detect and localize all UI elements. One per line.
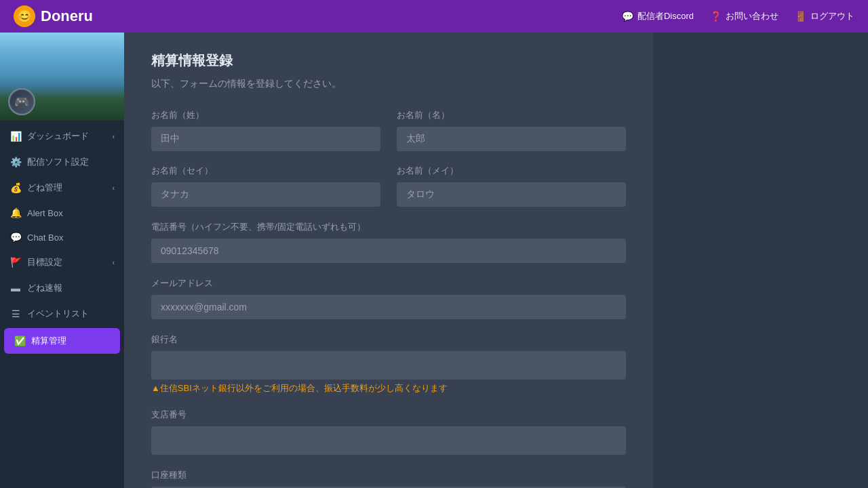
sidebar-item-donation-label: どね管理 — [27, 182, 62, 194]
logout-link[interactable]: 🚪 ログアウト — [795, 10, 854, 22]
first-name-input[interactable] — [397, 127, 626, 151]
body: 🎮 📊 ダッシュボード ‹ ⚙️ 配信ソフト設定 💰 どね管理 — [0, 33, 868, 488]
account-type-label: 口座種類 — [151, 470, 186, 480]
sidebar-item-dashboard[interactable]: 📊 ダッシュボード ‹ — [0, 123, 124, 149]
last-name-kana-group: お名前（セイ） — [151, 165, 380, 207]
first-name-kana-group: お名前（メイ） — [397, 165, 626, 207]
chatbox-icon: 💬 — [9, 232, 22, 243]
stream-settings-icon: ⚙️ — [9, 157, 22, 167]
sidebar-item-settlement[interactable]: ✅ 精算管理 — [4, 328, 120, 354]
sidebar-banner: 🎮 — [0, 33, 124, 121]
logout-icon: 🚪 — [795, 11, 806, 22]
sidebar-item-stream-settings-label: 配信ソフト設定 — [27, 156, 89, 168]
sidebar-item-events-label: イベントリスト — [27, 308, 89, 320]
first-name-kana-input[interactable] — [397, 182, 626, 207]
sidebar-item-news-label: どね速報 — [27, 282, 62, 294]
logo: 😊 Doneru — [14, 5, 93, 27]
avatar: 🎮 — [8, 88, 35, 115]
sidebar-item-goals-label: 目標設定 — [27, 256, 62, 268]
alertbox-icon: 🔔 — [9, 207, 22, 218]
logo-text: Doneru — [41, 7, 93, 25]
settlement-icon: ✅ — [14, 336, 26, 346]
header: 😊 Doneru 💬 配信者Discord ❓ お問い合わせ 🚪 ログアウト — [0, 0, 868, 33]
contact-label: お問い合わせ — [726, 10, 778, 22]
logo-icon: 😊 — [14, 5, 35, 27]
chevron-icon: ‹ — [113, 184, 115, 192]
phone-group: 電話番号（ハイフン不要、携帯/固定電話いずれも可） — [151, 220, 626, 263]
first-name-group: お名前（名） — [397, 109, 626, 151]
sidebar-item-alertbox-label: Alert Box — [27, 208, 63, 218]
discord-icon: 💬 — [622, 11, 633, 22]
account-type-group: 口座種類 — [151, 468, 626, 488]
avatar-image: 🎮 — [10, 90, 33, 113]
branch-input[interactable] — [151, 426, 626, 455]
sidebar-item-chatbox[interactable]: 💬 Chat Box — [0, 225, 124, 249]
email-input[interactable] — [151, 295, 626, 319]
chevron-icon: ‹ — [113, 133, 115, 140]
phone-input[interactable] — [151, 239, 626, 263]
first-name-kana-label: お名前（メイ） — [397, 165, 626, 177]
email-label: メールアドレス — [151, 278, 213, 288]
sidebar-menu: 📊 ダッシュボード ‹ ⚙️ 配信ソフト設定 💰 どね管理 ‹ — [0, 121, 124, 358]
sidebar-item-settlement-label: 精算管理 — [31, 335, 66, 347]
sidebar-item-dashboard-label: ダッシュボード — [27, 130, 89, 142]
main-content: 精算情報登録 以下、フォームの情報を登録してください。 お名前（姓） お名前（名… — [124, 33, 868, 488]
logout-label: ログアウト — [810, 10, 854, 22]
discord-label: 配信者Discord — [637, 10, 694, 22]
sidebar-item-chatbox-label: Chat Box — [27, 232, 63, 243]
sidebar-item-alertbox[interactable]: 🔔 Alert Box — [0, 201, 124, 225]
branch-group: 支店番号 — [151, 408, 626, 455]
branch-label: 支店番号 — [151, 409, 186, 420]
contact-link[interactable]: ❓ お問い合わせ — [710, 10, 778, 22]
news-icon: ▬ — [9, 283, 22, 293]
sidebar-item-goals[interactable]: 🚩 目標設定 ‹ — [0, 249, 124, 275]
page-title: 精算情報登録 — [151, 52, 626, 70]
discord-link[interactable]: 💬 配信者Discord — [622, 10, 694, 22]
last-name-label: お名前（姓） — [151, 109, 380, 121]
last-name-kana-input[interactable] — [151, 182, 380, 207]
header-nav: 💬 配信者Discord ❓ お問い合わせ 🚪 ログアウト — [622, 10, 854, 22]
sidebar-item-events[interactable]: ☰ イベントリスト — [0, 301, 124, 327]
last-name-input[interactable] — [151, 127, 380, 151]
chevron-icon: ‹ — [113, 259, 115, 266]
email-group: メールアドレス — [151, 277, 626, 319]
page-description: 以下、フォームの情報を登録してください。 — [151, 78, 626, 90]
bank-name-input[interactable] — [151, 351, 626, 380]
bank-name-label: 銀行名 — [151, 334, 178, 344]
donation-icon: 💰 — [9, 182, 22, 193]
last-name-group: お名前（姓） — [151, 109, 380, 151]
name-row: お名前（姓） お名前（名） — [151, 109, 626, 151]
bank-name-group: 銀行名 ▲住信SBIネット銀行以外をご利用の場合、振込手数料が少し高くなります — [151, 333, 626, 394]
bank-warning: ▲住信SBIネット銀行以外をご利用の場合、振込手数料が少し高くなります — [151, 382, 626, 394]
first-name-label: お名前（名） — [397, 109, 626, 121]
sidebar: 🎮 📊 ダッシュボード ‹ ⚙️ 配信ソフト設定 💰 どね管理 — [0, 33, 124, 488]
goals-icon: 🚩 — [9, 257, 22, 268]
sidebar-item-stream-settings[interactable]: ⚙️ 配信ソフト設定 — [0, 149, 124, 175]
events-icon: ☰ — [9, 308, 22, 319]
contact-icon: ❓ — [710, 11, 722, 22]
sidebar-item-donation[interactable]: 💰 どね管理 ‹ — [0, 175, 124, 201]
form-container: 精算情報登録 以下、フォームの情報を登録してください。 お名前（姓） お名前（名… — [124, 33, 653, 488]
dashboard-icon: 📊 — [9, 131, 22, 142]
sidebar-item-news[interactable]: ▬ どね速報 — [0, 275, 124, 301]
name-kana-row: お名前（セイ） お名前（メイ） — [151, 165, 626, 207]
phone-label: 電話番号（ハイフン不要、携帯/固定電話いずれも可） — [151, 222, 366, 232]
last-name-kana-label: お名前（セイ） — [151, 165, 380, 177]
